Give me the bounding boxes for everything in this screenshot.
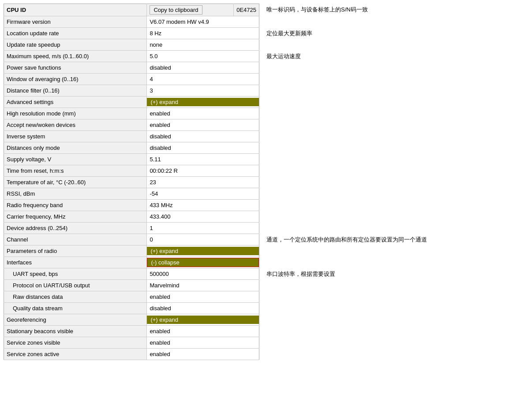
row-label: Maximum speed, m/s (0.1..60.0) — [4, 51, 147, 62]
table-row: Carrier frequency, MHz433.400 — [4, 211, 259, 223]
row-value: 23 — [147, 177, 234, 188]
row-label: Georeferencing — [4, 314, 147, 326]
settings-table: CPU IDCopy to clipboard0E4725Firmware ve… — [4, 4, 259, 360]
row-value: disabled — [147, 62, 234, 74]
row-value: none — [147, 39, 234, 51]
table-row: UART speed, bps500000 — [4, 268, 259, 280]
table-row: Georeferencing(+) expand — [4, 314, 259, 326]
row-value: enabled — [147, 337, 234, 349]
row-label: Carrier frequency, MHz — [4, 211, 147, 223]
table-row: Advanced settings(+) expand — [4, 97, 259, 108]
row-value: disabled — [147, 142, 234, 154]
row-label: Temperature of air, °C (-20..60) — [4, 177, 147, 188]
row-label: Stationary beacons visible — [4, 326, 147, 337]
annotation-text: 唯一标识码，与设备标签上的S/N码一致 — [266, 6, 368, 14]
row-value: disabled — [147, 303, 234, 314]
row-value: 5.0 — [147, 51, 234, 62]
table-row: Temperature of air, °C (-20..60)23 — [4, 177, 259, 188]
row-value: enabled — [147, 291, 234, 303]
row-value: enabled — [147, 119, 234, 131]
row-value: enabled — [147, 349, 234, 360]
row-value: Marvelmind — [147, 280, 234, 291]
table-row: Stationary beacons visibleenabled — [4, 326, 259, 337]
table-row: Time from reset, h:m:s00:00:22 R — [4, 165, 259, 177]
row-value: V6.07 modem HW v4.9 — [147, 16, 234, 28]
table-row: High resolution mode (mm)enabled — [4, 108, 259, 119]
table-row: Distances only modedisabled — [4, 142, 259, 154]
row-value: 5.11 — [147, 154, 234, 165]
table-row: Quality data streamdisabled — [4, 303, 259, 314]
table-row: RSSI, dBm-54 — [4, 188, 259, 200]
row-value: 433.400 — [147, 211, 234, 223]
table-row: Service zones activeenabled — [4, 349, 259, 360]
row-label: Interfaces — [4, 257, 147, 268]
row-value: 1 — [147, 223, 234, 234]
row-value: 0 — [147, 234, 234, 245]
collapse-button[interactable]: (-) collapse — [147, 258, 259, 267]
row-label: UART speed, bps — [4, 268, 147, 280]
row-label: Service zones active — [4, 349, 147, 360]
expand-button[interactable]: (+) expand — [147, 247, 259, 255]
table-row: Location update rate8 Hz — [4, 28, 259, 39]
expand-button[interactable]: (+) expand — [147, 316, 259, 324]
row-label: Accept new/woken devices — [4, 119, 147, 131]
row-label: RSSI, dBm — [4, 188, 147, 200]
row-label: Supply voltage, V — [4, 154, 147, 165]
table-row: Service zones visibleenabled — [4, 337, 259, 349]
row-label: Power save functions — [4, 62, 147, 74]
row-label: Distances only mode — [4, 142, 147, 154]
copy-to-clipboard-button[interactable]: Copy to clipboard — [150, 5, 202, 15]
cpu-id-label: CPU ID — [7, 7, 26, 13]
row-value: enabled — [147, 108, 234, 119]
row-label: Quality data stream — [4, 303, 147, 314]
table-row: Firmware versionV6.07 modem HW v4.9 — [4, 16, 259, 28]
table-row: Inverse systemdisabled — [4, 131, 259, 142]
row-label: Radio frequency band — [4, 200, 147, 211]
row-label: High resolution mode (mm) — [4, 108, 147, 119]
table-row: Supply voltage, V5.11 — [4, 154, 259, 165]
row-label: Channel — [4, 234, 147, 245]
annotation-text: 通道，一个定位系统中的路由和所有定位器要设置为同一个通道 — [266, 236, 427, 244]
row-value: 8 Hz — [147, 28, 234, 39]
row-value: disabled — [147, 131, 234, 142]
table-row: Radio frequency band433 MHz — [4, 200, 259, 211]
table-row: Power save functionsdisabled — [4, 62, 259, 74]
table-row: Protocol on UART/USB outputMarvelmind — [4, 280, 259, 291]
row-value: 3 — [147, 85, 234, 97]
row-value: 00:00:22 R — [147, 165, 234, 177]
row-value: -54 — [147, 188, 234, 200]
row-value: 433 MHz — [147, 200, 234, 211]
table-row: Distance filter (0..16)3 — [4, 85, 259, 97]
main-layout: CPU IDCopy to clipboard0E4725Firmware ve… — [0, 0, 513, 364]
row-label: Distance filter (0..16) — [4, 85, 147, 97]
row-label: Inverse system — [4, 131, 147, 142]
table-row: Update rate speedupnone — [4, 39, 259, 51]
table-row: Channel0 — [4, 234, 259, 245]
table-row: Raw distances dataenabled — [4, 291, 259, 303]
row-label: Firmware version — [4, 16, 147, 28]
row-label: Parameters of radio — [4, 245, 147, 257]
annotation-text: 串口波特率，根据需要设置 — [266, 270, 335, 278]
annotation-text: 最大运动速度 — [266, 52, 301, 60]
table-row: Device address (0..254)1 — [4, 223, 259, 234]
row-label: Raw distances data — [4, 291, 147, 303]
row-label: CPU ID — [4, 4, 147, 16]
row-label: Protocol on UART/USB output — [4, 280, 147, 291]
row-value: 500000 — [147, 268, 234, 280]
table-row: Maximum speed, m/s (0.1..60.0)5.0 — [4, 51, 259, 62]
table-row: Parameters of radio(+) expand — [4, 245, 259, 257]
table-row: CPU IDCopy to clipboard0E4725 — [4, 4, 259, 16]
row-label: Service zones visible — [4, 337, 147, 349]
row-label: Device address (0..254) — [4, 223, 147, 234]
row-label: Update rate speedup — [4, 39, 147, 51]
row-label: Time from reset, h:m:s — [4, 165, 147, 177]
row-label: Location update rate — [4, 28, 147, 39]
table-row: Interfaces(-) collapse — [4, 257, 259, 268]
table-row: Window of averaging (0..16)4 — [4, 74, 259, 85]
annotation-text: 定位最大更新频率 — [266, 30, 312, 37]
row-value: enabled — [147, 326, 234, 337]
row-value: 4 — [147, 74, 234, 85]
expand-button[interactable]: (+) expand — [147, 98, 259, 106]
row-label: Advanced settings — [4, 97, 147, 108]
row-value: 0E4725 — [234, 4, 259, 16]
